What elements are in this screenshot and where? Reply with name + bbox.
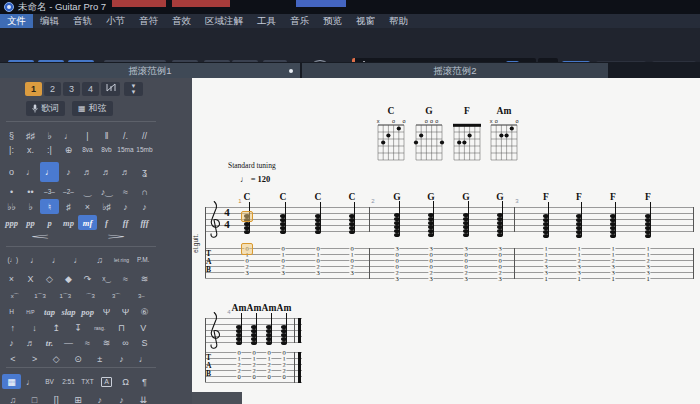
palette-item[interactable]: tr. [40, 335, 59, 350]
palette-item[interactable]: TXT [78, 374, 97, 389]
palette-item[interactable]: — [59, 335, 78, 350]
palette-item[interactable]: pp [21, 215, 40, 230]
palette-item[interactable]: 8va [78, 142, 97, 157]
palette-item[interactable]: ♩ [67, 252, 89, 267]
palette-item[interactable]: ↓ [24, 320, 46, 335]
palette-item[interactable]: rasg. [89, 320, 111, 335]
palette-item[interactable]: × [2, 271, 21, 286]
palette-item[interactable]: H [2, 304, 21, 319]
voice-button-3[interactable]: 3 [63, 82, 80, 96]
menu-item-7[interactable]: 工具 [250, 14, 283, 28]
palette-item[interactable]: ♭ [21, 199, 40, 214]
palette-item[interactable]: ∩ [135, 184, 154, 199]
palette-item[interactable]: • [2, 184, 21, 199]
palette-item[interactable]: ↧ [67, 320, 89, 335]
palette-item[interactable]: Ψ [97, 304, 116, 319]
palette-item[interactable]: ♪ [135, 199, 154, 214]
palette-item[interactable]: 8vb [97, 142, 116, 157]
tab-note[interactable]: 1 [610, 275, 615, 282]
palette-item[interactable]: ♩ [21, 374, 40, 389]
collapse-palette-button[interactable]: ▼▼ [124, 82, 143, 96]
menu-item-9[interactable]: 预览 [316, 14, 349, 28]
tab-note[interactable]: 0 [281, 373, 286, 380]
palette-item[interactable]: > [24, 351, 46, 366]
palette-item[interactable]: § [2, 128, 21, 143]
palette-item[interactable]: x⁀ [2, 288, 27, 303]
palette-item[interactable]: 15mb [135, 142, 154, 157]
palette-item[interactable]: ♫ [2, 392, 24, 404]
palette-item[interactable]: // [135, 128, 154, 143]
palette-item[interactable]: ♩ [59, 128, 78, 143]
palette-item[interactable]: ◇ [40, 271, 59, 286]
palette-item[interactable]: x. [21, 142, 40, 157]
palette-item[interactable]: ♩ [21, 162, 40, 182]
palette-item[interactable]: × [78, 199, 97, 214]
palette-item[interactable]: tap [40, 304, 59, 319]
tab-note[interactable]: 0 [266, 373, 271, 380]
tab-note[interactable]: 3 [244, 269, 249, 276]
palette-item[interactable]: ♯ [59, 199, 78, 214]
palette-item[interactable]: BV [40, 374, 59, 389]
document-tab-0[interactable]: 摇滚范例1 [0, 63, 300, 78]
palette-item[interactable]: ↑ [2, 320, 24, 335]
palette-item[interactable]: ff [116, 215, 135, 230]
palette-item[interactable]: ♪ [89, 392, 111, 404]
palette-item[interactable]: f [97, 215, 116, 230]
palette-item[interactable]: ▦ [2, 374, 21, 389]
palette-item[interactable]: V [132, 320, 154, 335]
palette-item[interactable]: 1⁀3 [27, 288, 52, 303]
palette-item[interactable]: fff [135, 215, 154, 230]
palette-item[interactable]: ⊓ [111, 320, 133, 335]
palette-item[interactable]: 15ma [116, 142, 135, 157]
palette-item[interactable]: H/P [21, 304, 40, 319]
palette-item[interactable]: ♫ [89, 252, 111, 267]
palette-item[interactable]: –2– [59, 184, 78, 199]
palette-item[interactable]: ↥ [45, 320, 67, 335]
palette-item[interactable]: 3⁀ [103, 288, 128, 303]
palette-item[interactable]: |: [2, 142, 21, 157]
palette-item[interactable]: •• [21, 184, 40, 199]
palette-item[interactable]: ♪ [111, 351, 133, 366]
palette-item[interactable]: ◆ [59, 271, 78, 286]
tab-note[interactable]: 0 [236, 373, 241, 380]
score-page[interactable]: CxooGoooFAmxooStandard tuning♩ = 12044el… [192, 78, 700, 404]
palette-item[interactable]: ⇊ [132, 392, 154, 404]
palette-item[interactable]: ≈ [116, 184, 135, 199]
menu-item-6[interactable]: 区域注解 [198, 14, 250, 28]
palette-item[interactable]: ↷ [78, 271, 97, 286]
tab-note[interactable]: 3 [280, 269, 285, 276]
document-tab-1[interactable]: 摇滚范例2 [302, 63, 608, 78]
palette-item[interactable]: □ [24, 392, 46, 404]
menu-item-8[interactable]: 音乐 [283, 14, 316, 28]
palette-item[interactable]: ♯♯ [21, 128, 40, 143]
menu-item-11[interactable]: 帮助 [382, 14, 415, 28]
palette-item[interactable]: ppp [2, 215, 21, 230]
tab-note[interactable]: 3 [394, 275, 399, 282]
palette-item[interactable]: ♭♯ [97, 199, 116, 214]
palette-item[interactable]: ∞ [116, 335, 135, 350]
tab-note[interactable]: 3 [315, 269, 320, 276]
palette-item[interactable]: ⊕ [59, 142, 78, 157]
menu-item-2[interactable]: 音轨 [66, 14, 99, 28]
tab-note[interactable]: 1 [576, 275, 581, 282]
palette-item[interactable]: ʓ [135, 162, 154, 182]
voice-button-1[interactable]: 1 [25, 82, 42, 96]
palette-item[interactable]: ‿ [78, 184, 97, 199]
palette-item[interactable]: ♬ [21, 335, 40, 350]
palette-item[interactable]: ♬ [97, 162, 116, 182]
tab-note[interactable]: 3 [428, 275, 433, 282]
palette-item[interactable]: Ψ [116, 304, 135, 319]
palette-item[interactable]: :| [40, 142, 59, 157]
palette-item[interactable]: ≋ [135, 271, 154, 286]
palette-item[interactable]: ⊞ [67, 392, 89, 404]
palette-item[interactable]: 2:51 [59, 374, 78, 389]
palette-item[interactable]: –3– [40, 184, 59, 199]
menu-item-0[interactable]: 文件 [0, 14, 33, 28]
palette-item[interactable]: ♬ [116, 162, 135, 182]
palette-item[interactable]: [] [45, 392, 67, 404]
palette-item[interactable]: ⑥ [135, 304, 154, 319]
palette-item[interactable]: A [97, 374, 116, 389]
multivoice-button[interactable] [101, 82, 120, 96]
palette-item[interactable]: ‖ [97, 128, 116, 143]
palette-item[interactable]: ⁀3 [78, 288, 103, 303]
